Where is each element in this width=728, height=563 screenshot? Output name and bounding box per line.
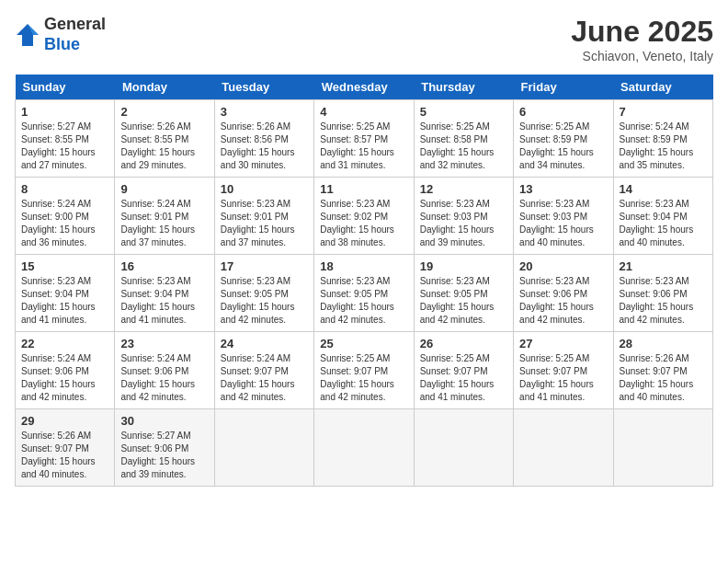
day-number: 16 — [120, 259, 208, 273]
day-info: Sunrise: 5:26 AMSunset: 8:55 PMDaylight:… — [120, 121, 208, 172]
table-row: 6Sunrise: 5:25 AMSunset: 8:59 PMDaylight… — [514, 100, 613, 178]
day-number: 4 — [320, 105, 407, 119]
day-info: Sunrise: 5:23 AMSunset: 9:04 PMDaylight:… — [120, 275, 208, 327]
table-row: 9Sunrise: 5:24 AMSunset: 9:01 PMDaylight… — [115, 178, 214, 255]
calendar-week-row: 29Sunrise: 5:26 AMSunset: 9:07 PMDayligh… — [16, 409, 713, 487]
day-number: 28 — [620, 337, 707, 350]
table-row: 2Sunrise: 5:26 AMSunset: 8:55 PMDaylight… — [115, 100, 214, 178]
table-row: 10Sunrise: 5:23 AMSunset: 9:01 PMDayligh… — [214, 178, 313, 255]
day-number: 14 — [620, 182, 707, 196]
day-number: 19 — [420, 259, 507, 273]
calendar-week-row: 8Sunrise: 5:24 AMSunset: 9:00 PMDaylight… — [16, 178, 713, 255]
table-row: 30Sunrise: 5:27 AMSunset: 9:06 PMDayligh… — [115, 409, 214, 487]
day-info: Sunrise: 5:27 AMSunset: 8:55 PMDaylight:… — [21, 121, 108, 172]
day-info: Sunrise: 5:25 AMSunset: 8:57 PMDaylight:… — [320, 121, 407, 172]
table-row — [514, 409, 613, 487]
day-number: 8 — [21, 182, 108, 196]
calendar-header-row: Sunday Monday Tuesday Wednesday Thursday… — [16, 75, 713, 100]
header-tuesday: Tuesday — [214, 75, 313, 100]
day-info: Sunrise: 5:23 AMSunset: 9:04 PMDaylight:… — [21, 275, 108, 327]
table-row — [613, 409, 712, 487]
table-row: 19Sunrise: 5:23 AMSunset: 9:05 PMDayligh… — [414, 255, 513, 332]
table-row: 8Sunrise: 5:24 AMSunset: 9:00 PMDaylight… — [16, 178, 115, 255]
logo: General Blue — [15, 15, 106, 54]
table-row: 21Sunrise: 5:23 AMSunset: 9:06 PMDayligh… — [613, 255, 712, 332]
table-row: 29Sunrise: 5:26 AMSunset: 9:07 PMDayligh… — [16, 409, 115, 487]
logo-icon — [15, 22, 40, 48]
table-row — [414, 409, 513, 487]
table-row: 5Sunrise: 5:25 AMSunset: 8:58 PMDaylight… — [414, 100, 513, 178]
table-row: 4Sunrise: 5:25 AMSunset: 8:57 PMDaylight… — [314, 100, 414, 178]
day-info: Sunrise: 5:25 AMSunset: 8:58 PMDaylight:… — [420, 121, 507, 172]
day-number: 15 — [21, 259, 108, 273]
day-number: 11 — [320, 182, 407, 196]
day-number: 30 — [120, 414, 208, 428]
header-thursday: Thursday — [414, 75, 513, 100]
calendar-week-row: 22Sunrise: 5:24 AMSunset: 9:06 PMDayligh… — [16, 332, 713, 409]
table-row: 24Sunrise: 5:24 AMSunset: 9:07 PMDayligh… — [214, 332, 313, 409]
day-number: 22 — [21, 337, 108, 350]
table-row: 15Sunrise: 5:23 AMSunset: 9:04 PMDayligh… — [16, 255, 115, 332]
table-row: 16Sunrise: 5:23 AMSunset: 9:04 PMDayligh… — [115, 255, 214, 332]
table-row: 13Sunrise: 5:23 AMSunset: 9:03 PMDayligh… — [514, 178, 613, 255]
day-number: 24 — [221, 337, 308, 350]
table-row: 14Sunrise: 5:23 AMSunset: 9:04 PMDayligh… — [613, 178, 712, 255]
day-number: 20 — [519, 259, 607, 273]
day-info: Sunrise: 5:23 AMSunset: 9:02 PMDaylight:… — [320, 198, 407, 249]
day-number: 29 — [21, 414, 108, 428]
day-number: 23 — [120, 337, 208, 350]
calendar-subtitle: Schiavon, Veneto, Italy — [571, 49, 713, 63]
day-number: 27 — [519, 337, 607, 350]
table-row: 11Sunrise: 5:23 AMSunset: 9:02 PMDayligh… — [314, 178, 414, 255]
calendar-week-row: 1Sunrise: 5:27 AMSunset: 8:55 PMDaylight… — [16, 100, 713, 178]
day-info: Sunrise: 5:23 AMSunset: 9:04 PMDaylight:… — [620, 198, 707, 249]
day-info: Sunrise: 5:26 AMSunset: 8:56 PMDaylight:… — [221, 121, 308, 172]
day-number: 17 — [221, 259, 308, 273]
table-row: 23Sunrise: 5:24 AMSunset: 9:06 PMDayligh… — [115, 332, 214, 409]
table-row: 22Sunrise: 5:24 AMSunset: 9:06 PMDayligh… — [16, 332, 115, 409]
header-wednesday: Wednesday — [314, 75, 414, 100]
day-info: Sunrise: 5:25 AMSunset: 8:59 PMDaylight:… — [519, 121, 607, 172]
day-number: 21 — [620, 259, 707, 273]
calendar-week-row: 15Sunrise: 5:23 AMSunset: 9:04 PMDayligh… — [16, 255, 713, 332]
day-number: 12 — [420, 182, 507, 196]
day-number: 13 — [519, 182, 607, 196]
table-row: 28Sunrise: 5:26 AMSunset: 9:07 PMDayligh… — [613, 332, 712, 409]
logo-general-text: General — [44, 15, 106, 35]
day-number: 6 — [519, 105, 607, 119]
day-number: 9 — [120, 182, 208, 196]
table-row — [314, 409, 414, 487]
table-row: 25Sunrise: 5:25 AMSunset: 9:07 PMDayligh… — [314, 332, 414, 409]
table-row: 3Sunrise: 5:26 AMSunset: 8:56 PMDaylight… — [214, 100, 313, 178]
day-info: Sunrise: 5:23 AMSunset: 9:05 PMDaylight:… — [320, 275, 407, 327]
day-info: Sunrise: 5:24 AMSunset: 9:06 PMDaylight:… — [21, 352, 108, 404]
table-row: 18Sunrise: 5:23 AMSunset: 9:05 PMDayligh… — [314, 255, 414, 332]
logo-blue-text: Blue — [44, 35, 106, 55]
day-number: 10 — [221, 182, 308, 196]
day-info: Sunrise: 5:24 AMSunset: 9:06 PMDaylight:… — [120, 352, 208, 404]
day-info: Sunrise: 5:23 AMSunset: 9:05 PMDaylight:… — [221, 275, 308, 327]
day-info: Sunrise: 5:23 AMSunset: 9:06 PMDaylight:… — [519, 275, 607, 327]
day-info: Sunrise: 5:24 AMSunset: 9:07 PMDaylight:… — [221, 352, 308, 404]
day-number: 5 — [420, 105, 507, 119]
day-info: Sunrise: 5:27 AMSunset: 9:06 PMDaylight:… — [120, 430, 208, 481]
day-number: 1 — [21, 105, 108, 119]
table-row: 7Sunrise: 5:24 AMSunset: 8:59 PMDaylight… — [613, 100, 712, 178]
table-row — [214, 409, 313, 487]
header-sunday: Sunday — [16, 75, 115, 100]
table-row: 20Sunrise: 5:23 AMSunset: 9:06 PMDayligh… — [514, 255, 613, 332]
table-row: 26Sunrise: 5:25 AMSunset: 9:07 PMDayligh… — [414, 332, 513, 409]
day-info: Sunrise: 5:26 AMSunset: 9:07 PMDaylight:… — [620, 352, 707, 404]
table-row: 1Sunrise: 5:27 AMSunset: 8:55 PMDaylight… — [16, 100, 115, 178]
day-info: Sunrise: 5:25 AMSunset: 9:07 PMDaylight:… — [420, 352, 507, 404]
day-number: 26 — [420, 337, 507, 350]
day-info: Sunrise: 5:24 AMSunset: 9:00 PMDaylight:… — [21, 198, 108, 249]
day-info: Sunrise: 5:23 AMSunset: 9:03 PMDaylight:… — [420, 198, 507, 249]
day-info: Sunrise: 5:23 AMSunset: 9:03 PMDaylight:… — [519, 198, 607, 249]
table-row: 27Sunrise: 5:25 AMSunset: 9:07 PMDayligh… — [514, 332, 613, 409]
header-friday: Friday — [514, 75, 613, 100]
day-info: Sunrise: 5:24 AMSunset: 8:59 PMDaylight:… — [620, 121, 707, 172]
title-block: June 2025 Schiavon, Veneto, Italy — [571, 15, 713, 63]
day-number: 3 — [221, 105, 308, 119]
table-row: 12Sunrise: 5:23 AMSunset: 9:03 PMDayligh… — [414, 178, 513, 255]
